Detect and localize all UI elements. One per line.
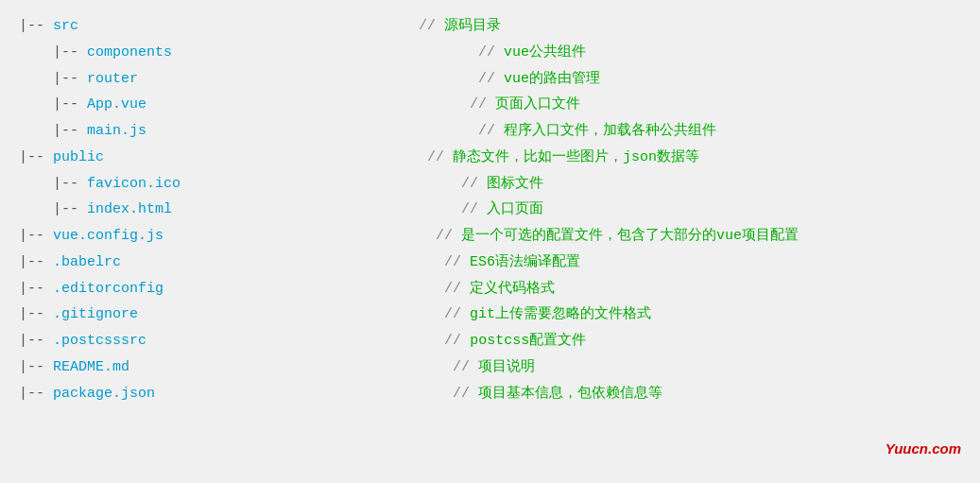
comment-text: 图标文件 bbox=[487, 171, 543, 198]
filename: package.json bbox=[53, 381, 155, 407]
filename: .postcsssrc bbox=[53, 328, 146, 354]
filename: favicon.ico bbox=[87, 171, 181, 198]
code-line: |-- README.md // 项目说明 bbox=[19, 354, 961, 381]
tree-structure: |-- bbox=[19, 302, 53, 328]
comment-text: 是一个可选的配置文件，包含了大部分的vue项目配置 bbox=[461, 223, 799, 250]
spacing bbox=[129, 354, 453, 381]
tree-structure: |-- bbox=[19, 92, 87, 118]
code-line: |-- .gitignore // git上传需要忽略的文件格式 bbox=[19, 302, 961, 328]
filename: components bbox=[87, 40, 172, 66]
tree-structure: |-- bbox=[19, 66, 87, 93]
comment-text: 入口页面 bbox=[487, 197, 543, 223]
comment-slash: // bbox=[461, 197, 487, 223]
tree-structure: |-- bbox=[19, 381, 53, 407]
comment-slash: // bbox=[453, 381, 478, 407]
comment-slash: // bbox=[478, 118, 504, 145]
code-line: |-- components // vue公共组件 bbox=[19, 40, 961, 66]
code-line: |-- .babelrc // ES6语法编译配置 bbox=[19, 250, 961, 276]
tree-structure: |-- bbox=[19, 13, 53, 40]
spacing bbox=[172, 40, 478, 66]
filename: src bbox=[53, 13, 78, 40]
code-line: |-- favicon.ico // 图标文件 bbox=[19, 171, 961, 198]
comment-slash: // bbox=[436, 223, 461, 250]
tree-structure: |-- bbox=[19, 197, 87, 223]
spacing bbox=[172, 197, 461, 223]
tree-structure: |-- bbox=[19, 223, 53, 250]
comment-text: 项目说明 bbox=[478, 354, 535, 381]
code-line: |-- .postcsssrc // postcss配置文件 bbox=[19, 328, 961, 354]
spacing bbox=[181, 171, 461, 198]
comment-text: 页面入口文件 bbox=[495, 92, 580, 118]
tree-structure: |-- bbox=[19, 250, 53, 276]
code-line: |-- App.vue // 页面入口文件 bbox=[19, 92, 961, 118]
code-line: |-- main.js // 程序入口文件，加载各种公共组件 bbox=[19, 118, 961, 145]
code-line: |-- vue.config.js // 是一个可选的配置文件，包含了大部分的v… bbox=[19, 223, 961, 250]
comment-slash: // bbox=[444, 302, 470, 328]
comment-slash: // bbox=[461, 171, 487, 198]
comment-slash: // bbox=[453, 354, 478, 381]
comment-slash: // bbox=[470, 92, 495, 118]
comment-text: git上传需要忽略的文件格式 bbox=[470, 302, 651, 328]
filename: .gitignore bbox=[53, 302, 138, 328]
filename: public bbox=[53, 145, 104, 171]
comment-slash: // bbox=[419, 13, 444, 40]
filename: vue.config.js bbox=[53, 223, 163, 250]
comment-text: 项目基本信息，包依赖信息等 bbox=[478, 381, 662, 407]
spacing bbox=[138, 302, 444, 328]
filename: README.md bbox=[53, 354, 129, 381]
comment-text: vue的路由管理 bbox=[504, 66, 600, 93]
comment-slash: // bbox=[444, 328, 470, 354]
comment-text: 定义代码格式 bbox=[470, 276, 555, 302]
spacing bbox=[146, 92, 470, 118]
filename: index.html bbox=[87, 197, 172, 223]
comment-text: 源码目录 bbox=[444, 13, 501, 40]
tree-structure: |-- bbox=[19, 328, 53, 354]
tree-structure: |-- bbox=[19, 354, 53, 381]
comment-text: 程序入口文件，加载各种公共组件 bbox=[504, 118, 716, 145]
spacing bbox=[155, 381, 453, 407]
code-line: |-- src // 源码目录 bbox=[19, 13, 961, 40]
comment-text: 静态文件，比如一些图片，json数据等 bbox=[453, 145, 699, 171]
code-block: |-- src // 源码目录 |-- components // vue公共组… bbox=[0, 8, 980, 412]
code-line: |-- package.json // 项目基本信息，包依赖信息等 bbox=[19, 381, 961, 407]
filename: router bbox=[87, 66, 138, 93]
filename: .babelrc bbox=[53, 250, 121, 276]
filename: App.vue bbox=[87, 92, 146, 118]
spacing bbox=[78, 13, 419, 40]
spacing bbox=[138, 66, 478, 93]
spacing bbox=[121, 250, 444, 276]
filename: main.js bbox=[87, 118, 146, 145]
spacing bbox=[104, 145, 427, 171]
tree-structure: |-- bbox=[19, 40, 87, 66]
watermark: Yuucn.com bbox=[885, 440, 961, 457]
comment-slash: // bbox=[427, 145, 453, 171]
tree-structure: |-- bbox=[19, 171, 87, 198]
tree-structure: |-- bbox=[19, 145, 53, 171]
spacing bbox=[146, 118, 478, 145]
code-line: |-- index.html // 入口页面 bbox=[19, 197, 961, 223]
comment-slash: // bbox=[478, 66, 504, 93]
comment-slash: // bbox=[444, 250, 470, 276]
comment-text: ES6语法编译配置 bbox=[470, 250, 580, 276]
comment-text: vue公共组件 bbox=[504, 40, 586, 66]
spacing bbox=[163, 276, 444, 302]
spacing bbox=[146, 328, 444, 354]
filename: .editorconfig bbox=[53, 276, 163, 302]
code-line: |-- router // vue的路由管理 bbox=[19, 66, 961, 93]
comment-slash: // bbox=[478, 40, 504, 66]
comment-slash: // bbox=[444, 276, 470, 302]
comment-text: postcss配置文件 bbox=[470, 328, 586, 354]
code-line: |-- public // 静态文件，比如一些图片，json数据等 bbox=[19, 145, 961, 171]
tree-structure: |-- bbox=[19, 118, 87, 145]
code-line: |-- .editorconfig // 定义代码格式 bbox=[19, 276, 961, 302]
spacing bbox=[163, 223, 436, 250]
tree-structure: |-- bbox=[19, 276, 53, 302]
